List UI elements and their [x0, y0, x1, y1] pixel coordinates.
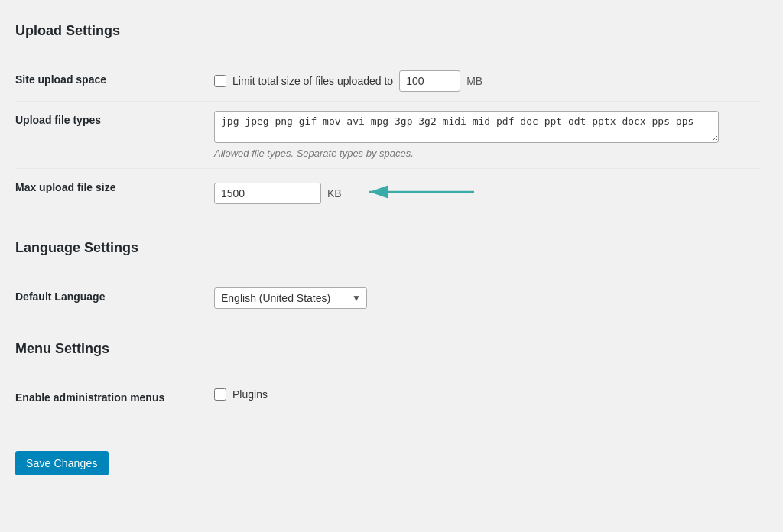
language-settings-section: Language Settings Default Language Engli… — [15, 240, 760, 318]
site-upload-size-input[interactable] — [399, 70, 460, 92]
menu-settings-title: Menu Settings — [15, 341, 760, 365]
teal-arrow-annotation — [356, 178, 478, 208]
site-upload-space-checkbox-wrapper: Limit total size of files uploaded to — [214, 75, 393, 87]
max-upload-size-row: Max upload file size KB — [15, 169, 760, 217]
plugins-checkbox-label: Plugins — [232, 388, 268, 401]
upload-file-types-help: Allowed file types. Separate types by sp… — [214, 148, 414, 159]
plugins-checkbox[interactable] — [214, 388, 226, 401]
enable-admin-menus-row: Enable administration menus Plugins — [15, 379, 760, 413]
max-upload-size-unit: KB — [327, 187, 342, 200]
site-upload-size-unit: MB — [466, 75, 482, 87]
site-upload-space-checkbox-label: Limit total size of files uploaded to — [232, 75, 393, 87]
site-upload-space-control: Limit total size of files uploaded to MB — [214, 70, 760, 92]
enable-admin-menus-control: Plugins — [214, 388, 760, 401]
max-upload-size-inner: KB — [214, 178, 478, 208]
site-upload-space-inner: Limit total size of files uploaded to MB — [214, 70, 482, 92]
site-upload-space-label: Site upload space — [15, 70, 214, 86]
default-language-select-wrapper: English (United States) English (UK) Spa… — [214, 287, 367, 309]
upload-file-types-input[interactable]: jpg jpeg png gif mov avi mpg 3gp 3g2 mid… — [214, 111, 719, 143]
language-settings-title: Language Settings — [15, 240, 760, 264]
upload-file-types-control: jpg jpeg png gif mov avi mpg 3gp 3g2 mid… — [214, 111, 760, 159]
site-upload-space-checkbox[interactable] — [214, 75, 226, 87]
site-upload-space-row: Site upload space Limit total size of fi… — [15, 61, 760, 102]
upload-file-types-row: Upload file types jpg jpeg png gif mov a… — [15, 102, 760, 169]
default-language-label: Default Language — [15, 287, 214, 303]
save-changes-button[interactable]: Save Changes — [15, 451, 109, 475]
menu-settings-section: Menu Settings Enable administration menu… — [15, 341, 760, 413]
upload-settings-section: Upload Settings Site upload space Limit … — [15, 23, 760, 217]
default-language-select[interactable]: English (United States) English (UK) Spa… — [214, 287, 367, 309]
default-language-control: English (United States) English (UK) Spa… — [214, 287, 760, 309]
max-upload-size-input[interactable] — [214, 183, 321, 204]
max-upload-size-control: KB — [214, 178, 760, 208]
enable-admin-menus-checkbox-wrapper: Plugins — [214, 388, 268, 401]
upload-file-types-label: Upload file types — [15, 111, 214, 126]
max-upload-size-label: Max upload file size — [15, 178, 214, 193]
enable-admin-menus-label: Enable administration menus — [15, 388, 214, 404]
upload-settings-title: Upload Settings — [15, 23, 760, 47]
default-language-row: Default Language English (United States)… — [15, 278, 760, 318]
